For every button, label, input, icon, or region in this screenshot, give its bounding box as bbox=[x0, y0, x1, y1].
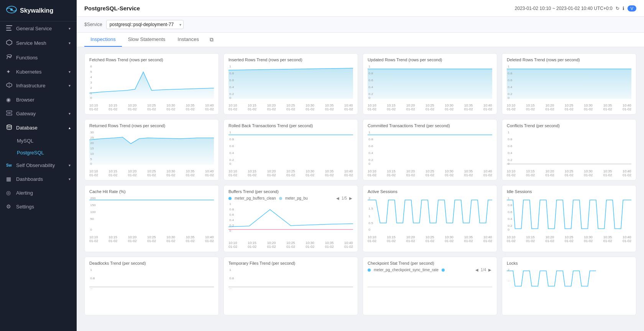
general-service-icon bbox=[6, 25, 12, 32]
legend-dot-2 bbox=[279, 197, 282, 200]
next-button[interactable]: ▶ bbox=[348, 196, 353, 200]
chart-svg-area: 1 0.8 0.6 0.4 0.2 0 bbox=[368, 130, 492, 169]
timerange: 2023-01-02 10:10 ~ 2023-01-02 10:40 UTC+… bbox=[515, 6, 613, 11]
app-name: Skywalking bbox=[20, 7, 53, 14]
x-labels: 10:1001-0210:1501-0210:2001-0210:2501-02… bbox=[89, 103, 214, 111]
svg-text:150: 150 bbox=[90, 203, 96, 207]
sidebar-item-infrastructure[interactable]: Infrastructure ▾ bbox=[0, 79, 77, 93]
page-title: PostgreSQL-Service bbox=[84, 5, 140, 11]
sidebar-item-service-mesh[interactable]: Service Mesh ▾ bbox=[0, 36, 77, 51]
chart-svg-area: 1 0.8 0.6 0.4 0.2 0 bbox=[228, 64, 353, 103]
sidebar-item-general-service-label: General Service bbox=[16, 26, 52, 31]
sidebar-item-settings[interactable]: ⚙ Settings bbox=[0, 200, 77, 213]
svg-text:0: 0 bbox=[90, 96, 92, 99]
svg-text:0.4: 0.4 bbox=[508, 85, 512, 89]
self-observability-icon: Sw bbox=[6, 163, 12, 167]
sidebar-item-gateway[interactable]: Gateway ▾ bbox=[0, 107, 77, 121]
svg-text:0.4: 0.4 bbox=[368, 85, 373, 89]
sidebar-item-database[interactable]: Database ▴ bbox=[0, 121, 77, 135]
sidebar-item-functions-label: Functions bbox=[16, 55, 38, 61]
sidebar-sub-postgresql[interactable]: PostgreSQL bbox=[0, 147, 77, 159]
svg-text:1: 1 bbox=[508, 196, 509, 200]
svg-text:0.2: 0.2 bbox=[508, 158, 512, 162]
svg-text:0.4: 0.4 bbox=[508, 217, 512, 221]
svg-text:...: ... bbox=[229, 286, 232, 289]
legend-label-1: meter_pg_checkpoint_sync_time_rate bbox=[374, 268, 439, 272]
tab-instances[interactable]: Instances bbox=[171, 33, 205, 47]
chart-locks: Locks 2 ... bbox=[502, 257, 636, 315]
svg-text:0.6: 0.6 bbox=[229, 213, 234, 216]
mysql-label: MySQL bbox=[17, 138, 33, 144]
sidebar-item-functions[interactable]: Functions bbox=[0, 51, 77, 65]
chart-row-1: Fetched Rows Trend (rows per second) 6 5… bbox=[84, 53, 636, 115]
service-select-wrap[interactable]: postgresql::psql-deployment-77 bbox=[106, 20, 184, 29]
svg-text:20: 20 bbox=[90, 141, 94, 145]
chart-legend: meter_pg_buffers_clean meter_pg_bu ◀ 1/5… bbox=[228, 196, 353, 200]
prev-button[interactable]: ◀ bbox=[335, 196, 340, 200]
chevron-icon: ▾ bbox=[69, 70, 71, 74]
svg-text:1: 1 bbox=[229, 64, 231, 68]
svg-text:1.5: 1.5 bbox=[368, 206, 373, 210]
svg-text:0.6: 0.6 bbox=[229, 78, 234, 82]
sidebar-item-alerting[interactable]: ◎ Alerting bbox=[0, 186, 77, 200]
x-labels: 10:1001-0210:1501-0210:2001-0210:2501-02… bbox=[228, 241, 353, 249]
chart-title: Idle Sessions bbox=[507, 189, 631, 194]
tab-bar: Inspections Slow Statements Instances ⧉ bbox=[77, 33, 644, 47]
sidebar-item-self-observability[interactable]: Sw Self Observability ▾ bbox=[0, 159, 77, 172]
chart-title: Returned Rows Trend (rows per second) bbox=[89, 123, 214, 128]
chart-buffers: Buffers Trend (per second) meter_pg_buff… bbox=[223, 185, 358, 252]
sidebar-item-dashboards[interactable]: ▦ Dashboards ▾ bbox=[0, 172, 77, 186]
sidebar-item-dashboards-label: Dashboards bbox=[16, 176, 43, 182]
chevron-icon: ▾ bbox=[69, 111, 71, 116]
page-indicator: 1/5 bbox=[342, 196, 347, 200]
infrastructure-icon bbox=[6, 82, 12, 89]
prev-button[interactable]: ◀ bbox=[475, 268, 479, 272]
service-select[interactable]: postgresql::psql-deployment-77 bbox=[106, 20, 184, 29]
copy-icon[interactable]: ⧉ bbox=[205, 33, 218, 46]
chart-row-2: Returned Rows Trend (rows per second) 30… bbox=[84, 119, 636, 180]
sidebar-item-kubernetes-label: Kubernetes bbox=[16, 69, 42, 75]
svg-text:0: 0 bbox=[229, 96, 231, 99]
logo-icon bbox=[6, 5, 17, 16]
svg-text:0.8: 0.8 bbox=[229, 276, 234, 280]
toggle-button[interactable]: V bbox=[628, 5, 636, 11]
sidebar-item-general-service[interactable]: General Service ▾ bbox=[0, 21, 77, 36]
logo: Skywalking bbox=[0, 0, 77, 21]
svg-text:0: 0 bbox=[508, 96, 509, 99]
svg-text:0: 0 bbox=[368, 162, 370, 165]
sidebar-item-gateway-label: Gateway bbox=[16, 111, 36, 116]
svg-text:0: 0 bbox=[90, 162, 92, 165]
svg-text:0: 0 bbox=[508, 228, 509, 231]
svg-text:0.8: 0.8 bbox=[508, 203, 512, 207]
svg-text:0.4: 0.4 bbox=[229, 85, 234, 89]
sidebar-item-browser-label: Browser bbox=[16, 97, 34, 103]
tab-slow-statements[interactable]: Slow Statements bbox=[122, 33, 172, 47]
svg-marker-28 bbox=[368, 69, 492, 99]
sidebar-sub-mysql[interactable]: MySQL bbox=[0, 135, 77, 147]
svg-text:1: 1 bbox=[508, 64, 509, 68]
chevron-icon: ▾ bbox=[69, 41, 71, 45]
chart-svg-area: 1 0.8 0.6 0.4 0.2 0 bbox=[507, 64, 631, 103]
x-labels: 10:1001-0210:1501-0210:2001-0210:2501-02… bbox=[228, 169, 353, 177]
chart-checkpoint-stat: Checkpoint Stat Trend (per second) meter… bbox=[363, 257, 497, 315]
refresh-icon[interactable]: ↻ bbox=[616, 6, 619, 11]
svg-text:0.8: 0.8 bbox=[508, 137, 512, 141]
tab-inspections[interactable]: Inspections bbox=[84, 33, 122, 47]
chart-conflicts: Conflicts Trend (per second) 1 0.8 0.6 0… bbox=[502, 119, 636, 180]
sidebar-item-browser[interactable]: ◉ Browser bbox=[0, 93, 77, 107]
chart-temp-files: Temporary Files Trend (per second) 1 0.8… bbox=[223, 257, 358, 315]
next-button[interactable]: ▶ bbox=[488, 268, 492, 272]
sidebar-item-kubernetes[interactable]: ✦ Kubernetes ▾ bbox=[0, 65, 77, 79]
legend-label-2: meter_pg_bu bbox=[285, 196, 308, 200]
info-icon[interactable]: ℹ bbox=[623, 6, 624, 11]
chart-title: Buffers Trend (per second) bbox=[228, 189, 353, 194]
svg-text:30: 30 bbox=[90, 130, 94, 134]
chart-idle-sessions: Idle Sessions 1 0.8 0.6 0.4 0.2 0 10:100… bbox=[502, 185, 636, 252]
svg-text:0.6: 0.6 bbox=[229, 144, 234, 148]
sidebar-item-infrastructure-label: Infrastructure bbox=[16, 83, 46, 88]
svg-text:0.8: 0.8 bbox=[508, 71, 512, 75]
chart-title: Rolled Back Transactions Trend (per seco… bbox=[228, 123, 353, 128]
sidebar-item-self-observability-label: Self Observability bbox=[16, 162, 55, 168]
chart-svg-area: 1 0.8 0.6 0.4 0.2 0 bbox=[507, 130, 631, 169]
chart-title: Inserted Rows Trend (rows per second) bbox=[228, 57, 353, 62]
